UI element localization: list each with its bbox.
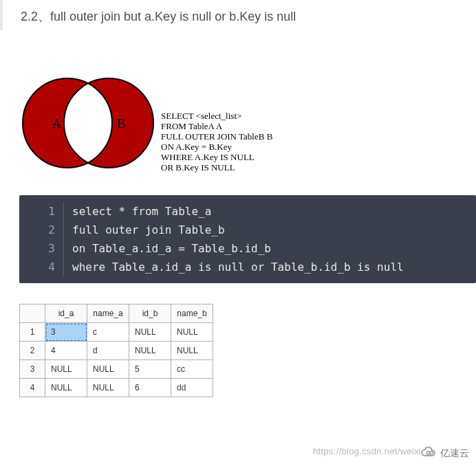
svg-point-8	[430, 452, 433, 454]
cloud-icon	[420, 446, 437, 461]
column-header[interactable]: name_a	[87, 304, 129, 323]
brand-text: 亿速云	[440, 447, 469, 460]
code-line: 3 on Table_a.id_a = Table_b.id_b	[19, 239, 476, 258]
svg-point-9	[426, 452, 429, 454]
line-number: 3	[19, 239, 64, 258]
table-cell[interactable]: NULL	[45, 360, 87, 379]
table-cell[interactable]: cc	[171, 360, 213, 379]
row-number[interactable]: 2	[20, 342, 45, 360]
result-table: id_a name_a id_b name_b 1 3 c NULL NULL …	[19, 304, 213, 397]
sql-caption: SELECT <select_list> FROM TableA A FULL …	[161, 111, 272, 175]
sql-caption-line: FROM TableA A	[161, 122, 272, 132]
table-cell[interactable]: NULL	[129, 342, 171, 360]
table-row: 2 4 d NULL NULL	[20, 342, 213, 360]
corner-cell	[20, 304, 45, 323]
table-cell[interactable]: d	[87, 342, 129, 360]
code-block[interactable]: 1 select * from Table_a 2 full outer joi…	[19, 195, 476, 283]
table-cell[interactable]: c	[87, 323, 129, 342]
table-cell[interactable]: NULL	[171, 342, 213, 360]
table-cell[interactable]: NULL	[129, 323, 171, 342]
code-line: 1 select * from Table_a	[19, 195, 476, 221]
line-number: 4	[19, 258, 64, 276]
sql-caption-line: FULL OUTER JOIN TableB B	[161, 132, 272, 142]
code-line: 2 full outer join Table_b	[19, 221, 476, 239]
table-header-row: id_a name_a id_b name_b	[20, 304, 213, 323]
code-text: where Table_a.id_a is null or Table_b.id…	[64, 258, 404, 276]
row-number[interactable]: 1	[20, 323, 45, 342]
sql-caption-line: SELECT <select_list>	[161, 111, 272, 122]
sql-caption-line: WHERE A.Key IS NULL	[161, 153, 272, 163]
brand-badge: 亿速云	[420, 446, 469, 461]
column-header[interactable]: name_b	[171, 304, 213, 323]
table-cell[interactable]: 5	[129, 360, 171, 379]
table-row: 1 3 c NULL NULL	[20, 323, 213, 342]
column-header[interactable]: id_a	[45, 304, 87, 323]
table-cell[interactable]: 3	[45, 323, 87, 342]
table-cell[interactable]: dd	[171, 379, 213, 397]
table-cell[interactable]: 4	[45, 342, 87, 360]
table-row: 3 NULL NULL 5 cc	[20, 360, 213, 379]
code-text: on Table_a.id_a = Table_b.id_b	[64, 239, 271, 258]
column-header[interactable]: id_b	[129, 304, 171, 323]
watermark-text: https://blog.csdn.net/weixi	[313, 446, 421, 456]
line-number: 1	[19, 202, 64, 221]
table-cell[interactable]: NULL	[87, 379, 129, 397]
table-row: 4 NULL NULL 6 dd	[20, 379, 213, 397]
venn-figure: A B SELECT <select_list> FROM TableA A F…	[19, 71, 476, 175]
line-number: 2	[19, 221, 64, 239]
section-heading: 2.2、full outer join but a.Key is null or…	[0, 0, 476, 30]
table-cell[interactable]: 6	[129, 379, 171, 397]
table-cell[interactable]: NULL	[87, 360, 129, 379]
venn-label-b: B	[117, 117, 125, 131]
venn-label-a: A	[52, 117, 61, 131]
table-cell[interactable]: NULL	[171, 323, 213, 342]
code-text: full outer join Table_b	[64, 221, 225, 239]
venn-diagram: A B	[19, 71, 157, 175]
row-number[interactable]: 4	[20, 379, 45, 397]
code-line: 4 where Table_a.id_a is null or Table_b.…	[19, 258, 476, 283]
code-text: select * from Table_a	[64, 202, 211, 221]
table-cell[interactable]: NULL	[45, 379, 87, 397]
sql-caption-line: ON A.Key = B.Key	[161, 142, 272, 153]
sql-caption-line: OR B.Key IS NULL	[161, 163, 272, 173]
row-number[interactable]: 3	[20, 360, 45, 379]
